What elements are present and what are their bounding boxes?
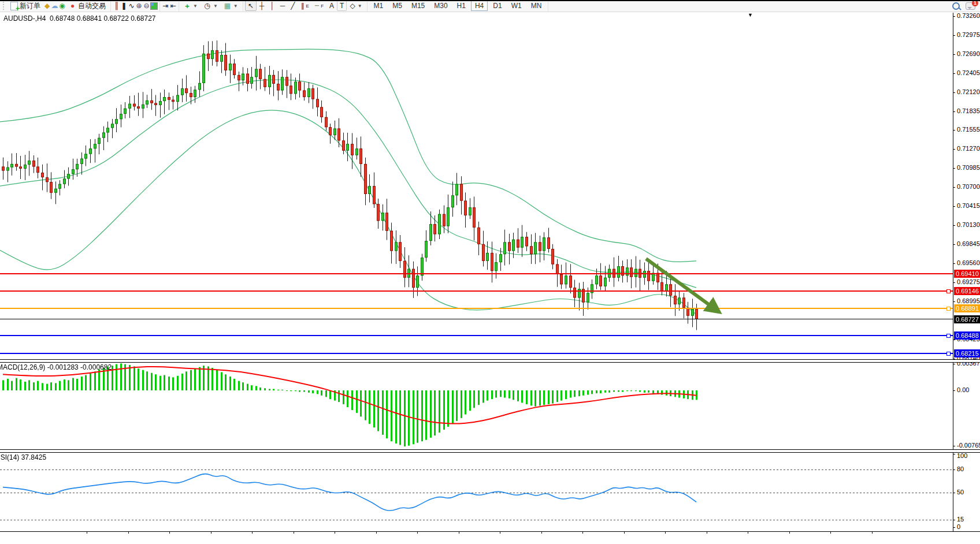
- date-tick-mark: [830, 531, 831, 534]
- date-tick-mark: [335, 531, 335, 534]
- timeframe-m15[interactable]: M15: [407, 1, 429, 11]
- date-tick-mark: [417, 531, 418, 534]
- date-tick-mark: [87, 531, 87, 534]
- date-tick-mark: [665, 531, 666, 534]
- macd-axis-label: -0.007656: [957, 442, 980, 449]
- date-tick-mark: [582, 531, 583, 534]
- rsi-tick-mark: [953, 493, 955, 493]
- horizontal-line-tool[interactable]: ─: [277, 1, 288, 11]
- line-drag-handle[interactable]: [946, 289, 951, 293]
- cloud-icon[interactable]: ☁: [51, 2, 58, 10]
- horizontal-line-object[interactable]: [0, 290, 953, 292]
- price-tick-mark: [953, 16, 955, 17]
- toolbar-group-shift: ⇥ ⇤: [160, 0, 179, 12]
- cursor-tool[interactable]: ↖: [245, 1, 257, 11]
- current-price-line[interactable]: [0, 319, 953, 319]
- toolbar-grip[interactable]: [3, 2, 6, 10]
- line-price-tag: 0.68891: [954, 304, 980, 312]
- line-drag-handle[interactable]: [946, 352, 951, 356]
- notifications-icon[interactable]: 1: [966, 2, 975, 10]
- horizontal-line-object[interactable]: [0, 353, 953, 354]
- vertical-line-tool[interactable]: │: [267, 1, 277, 11]
- line-chart-icon[interactable]: ∿: [128, 2, 135, 10]
- date-tick-mark: [789, 531, 790, 534]
- date-tick-mark: [500, 531, 500, 534]
- price-tick-label: 0.70130: [957, 221, 980, 228]
- gold-box-icon[interactable]: ◆: [43, 2, 51, 10]
- price-tick-mark: [953, 187, 955, 188]
- timeframe-mn[interactable]: MN: [527, 1, 546, 11]
- rsi-level-label: 100: [957, 452, 967, 459]
- price-tick-mark: [953, 301, 955, 302]
- timeframe-h1[interactable]: H1: [453, 1, 470, 11]
- horizontal-line-object[interactable]: [0, 273, 953, 274]
- search-icon[interactable]: [952, 2, 960, 10]
- price-tick-label: 0.72975: [957, 31, 980, 38]
- bar-chart-icon[interactable]: ║: [113, 2, 120, 10]
- zoom-out-icon[interactable]: ⊖: [143, 2, 150, 10]
- toolbar-group-chart-type: ║ ❚ ∿ ⊕ ⊖: [111, 0, 160, 12]
- price-tick-mark: [953, 225, 955, 226]
- price-tick-mark: [953, 92, 955, 93]
- shapes-button[interactable]: ◇▼: [347, 1, 365, 11]
- text-tool[interactable]: A: [326, 1, 337, 11]
- candlestick-chart-icon[interactable]: ❚: [120, 2, 128, 10]
- mt4-window: 新订单 ◆ ☁ ◉ ● 自动交易 ║ ❚ ∿ ⊕ ⊖ ⇥ ⇤ ＋▼ ◷▼ ▦▼: [0, 0, 980, 544]
- toolbar-group-timeframes: M1M5M15M30H1H4D1W1MN: [368, 0, 549, 12]
- price-tick-label: 0.71270: [957, 145, 980, 152]
- rsi-tick-mark: [953, 520, 955, 520]
- fibonacci-tool[interactable]: ┈F: [312, 1, 326, 11]
- auto-scroll-icon[interactable]: ⇥: [162, 2, 169, 10]
- price-tick-mark: [953, 54, 955, 55]
- date-tick-mark: [128, 531, 129, 534]
- rsi-tick-mark: [953, 527, 955, 528]
- signal-icon[interactable]: ◉: [58, 2, 66, 10]
- macd-canvas[interactable]: [0, 362, 953, 449]
- channel-tool[interactable]: ∥E: [298, 1, 312, 11]
- price-tick-label: 0.71835: [957, 107, 980, 114]
- horizontal-line-object[interactable]: [0, 308, 953, 309]
- ohlc-values: 0.68748 0.68841 0.68722 0.68727: [50, 14, 156, 23]
- chevron-down-icon: ▼: [193, 3, 198, 9]
- rsi-canvas[interactable]: [0, 452, 953, 530]
- toolbar-group-add: ＋▼ ◷▼ ▦▼: [179, 0, 243, 12]
- line-price-tag: 0.68215: [954, 349, 980, 357]
- timeframe-m5[interactable]: M5: [388, 1, 406, 11]
- price-tick-mark: [953, 340, 955, 340]
- timeframe-d1[interactable]: D1: [489, 1, 506, 11]
- line-drag-handle[interactable]: [946, 307, 951, 311]
- price-tick-mark: [953, 244, 955, 245]
- tile-windows-icon[interactable]: [150, 2, 158, 10]
- new-order-icon: [10, 2, 18, 10]
- series-end-marker[interactable]: ▼: [748, 12, 753, 18]
- timeframe-w1[interactable]: W1: [507, 1, 526, 11]
- macd-tick-mark: [953, 446, 955, 446]
- date-tick-mark: [624, 531, 625, 534]
- time-scale[interactable]: May 202224 May 20:0026 May 04:0027 May 1…: [0, 531, 980, 544]
- new-order-button[interactable]: 新订单: [8, 0, 43, 12]
- autotrading-button[interactable]: ● 自动交易: [66, 0, 109, 12]
- periods-button[interactable]: ◷▼: [201, 1, 221, 11]
- crosshair-tool[interactable]: ┼: [257, 1, 268, 11]
- zoom-in-icon[interactable]: ⊕: [135, 2, 143, 10]
- toolbar: 新订单 ◆ ☁ ◉ ● 自动交易 ║ ❚ ∿ ⊕ ⊖ ⇥ ⇤ ＋▼ ◷▼ ▦▼: [0, 0, 980, 12]
- price-tick-label: 0.70985: [957, 164, 980, 171]
- current-price-tag: 0.68727: [954, 315, 980, 323]
- macd-label: MACD(12,26,9) -0.001283 -0.000682: [0, 363, 112, 371]
- line-drag-handle[interactable]: [946, 334, 951, 338]
- chevron-down-icon: ▼: [213, 3, 218, 9]
- trendline-tool[interactable]: ╱: [288, 1, 298, 11]
- horizontal-line-object[interactable]: [0, 335, 953, 336]
- date-tick-mark: [541, 531, 542, 534]
- timeframe-h4[interactable]: H4: [471, 1, 488, 11]
- line-price-tag: 0.69410: [954, 270, 980, 278]
- chart-shift-icon[interactable]: ⇤: [169, 2, 177, 10]
- templates-button[interactable]: ▦▼: [221, 1, 241, 11]
- chart-top-border: [0, 0, 980, 1]
- timeframe-m1[interactable]: M1: [370, 1, 388, 11]
- timeframe-m30[interactable]: M30: [430, 1, 451, 11]
- indicators-button[interactable]: ＋▼: [181, 0, 201, 12]
- text-label-tool[interactable]: T: [337, 1, 347, 11]
- price-tick-label: 0.70415: [957, 202, 980, 209]
- price-tick-label: 0.69845: [957, 240, 980, 247]
